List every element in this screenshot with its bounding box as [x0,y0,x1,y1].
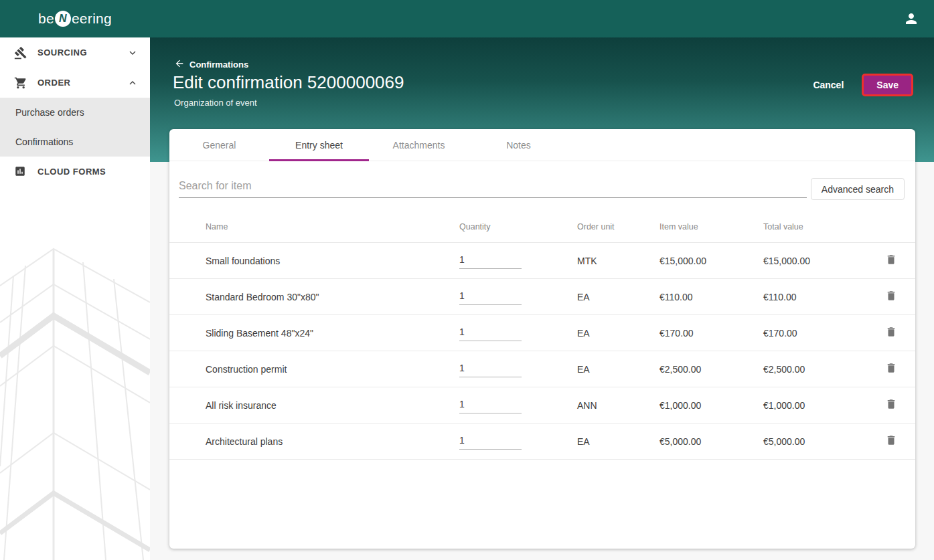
sidebar-item-cloud-forms[interactable]: CLOUD FORMS [0,157,150,187]
column-header-quantity: Quantity [459,222,577,231]
sidebar-item-confirmations[interactable]: Confirmations [0,127,150,157]
back-link[interactable]: Confirmations [174,58,248,71]
item-value: €2,500.00 [659,364,763,375]
item-name: Sliding Basement 48"x24" [169,328,459,339]
column-header-name: Name [169,222,459,231]
delete-row-button[interactable] [882,432,900,451]
item-value: €5,000.00 [659,436,763,447]
building-background-image [0,185,150,560]
order-unit: EA [577,364,659,375]
total-value: €170.00 [763,328,866,339]
tab-notes[interactable]: Notes [469,129,568,161]
quantity-cell [459,325,577,341]
tab-attachments[interactable]: Attachments [369,129,469,161]
sidebar-subitem-label: Confirmations [15,136,73,147]
item-name: Standard Bedroom 30"x80" [169,292,459,302]
sidebar-nav: SOURCING ORDER Purchase orders Confirmat… [0,37,150,187]
sidebar-item-sourcing[interactable]: SOURCING [0,37,150,68]
order-unit: ANN [577,400,659,411]
item-value: €170.00 [659,328,763,339]
trash-icon [885,366,897,376]
save-button[interactable]: Save [862,74,913,96]
sidebar-item-label: ORDER [37,78,70,88]
quantity-cell [459,434,577,450]
total-value: €110.00 [763,292,866,302]
total-value: €1,000.00 [763,400,866,411]
arrow-left-icon [174,58,185,71]
order-submenu: Purchase orders Confirmations [0,98,150,157]
quantity-input[interactable] [459,361,522,377]
item-value: €1,000.00 [659,400,763,411]
cart-icon [14,76,27,90]
table-row: Sliding Basement 48"x24" EA €170.00 €170… [169,315,915,351]
trash-icon [885,330,897,340]
quantity-cell [459,397,577,413]
table-body: Small foundations MTK €15,000.00 €15,000… [169,243,915,460]
logo-text-post: eering [72,11,112,27]
item-value: €110.00 [659,292,763,302]
account-button[interactable] [903,11,919,27]
delete-row-button[interactable] [882,287,900,306]
table-header: Name Quantity Order unit Item value Tota… [169,211,915,243]
trash-icon [885,402,897,412]
column-header-order-unit: Order unit [577,222,659,231]
top-app-bar: beNeering [0,0,934,37]
tab-bar: General Entry sheet Attachments Notes [169,129,915,161]
delete-row-button[interactable] [882,323,900,343]
table-row: Architectural plans EA €5,000.00 €5,000.… [169,424,915,460]
delete-row-button[interactable] [882,251,900,270]
page-title: Edit confirmation 5200000069 [173,72,404,93]
table-row: All risk insurance ANN €1,000.00 €1,000.… [169,387,915,424]
item-value: €15,000.00 [659,256,763,266]
delete-row-button[interactable] [882,359,900,379]
table-row: Construction permit EA €2,500.00 €2,500.… [169,351,915,387]
page-subtitle: Organization of event [174,98,257,108]
logo-n-icon: N [55,11,71,27]
header-actions: Cancel Save [813,74,913,96]
sidebar: SOURCING ORDER Purchase orders Confirmat… [0,37,150,560]
item-name: Architectural plans [169,436,459,447]
sidebar-item-label: CLOUD FORMS [37,167,106,177]
person-icon [903,19,919,29]
trash-icon [885,258,897,268]
main-content: Confirmations Edit confirmation 52000000… [150,37,934,560]
bar-chart-icon [14,165,27,179]
confirmation-card: General Entry sheet Attachments Notes Ad… [169,129,915,549]
column-header-item-value: Item value [659,222,763,231]
quantity-input[interactable] [459,434,522,450]
order-unit: MTK [577,256,659,266]
order-unit: EA [577,436,659,447]
tab-entry-sheet[interactable]: Entry sheet [269,129,369,161]
quantity-input[interactable] [459,289,522,305]
order-unit: EA [577,292,659,302]
sidebar-subitem-label: Purchase orders [15,107,84,118]
search-section: Advanced search [169,161,915,211]
trash-icon [885,438,897,448]
item-name: All risk insurance [169,400,459,411]
back-link-label: Confirmations [189,60,248,70]
total-value: €2,500.00 [763,364,866,375]
quantity-cell [459,253,577,269]
delete-row-button[interactable] [882,395,900,415]
chevron-down-icon [127,48,138,58]
quantity-input[interactable] [459,325,522,341]
sidebar-item-order[interactable]: ORDER [0,68,150,98]
item-name: Construction permit [169,364,459,375]
table-row: Standard Bedroom 30"x80" EA €110.00 €110… [169,279,915,315]
quantity-cell [459,361,577,377]
tab-general[interactable]: General [169,129,269,161]
trash-icon [885,294,897,304]
advanced-search-button[interactable]: Advanced search [811,178,905,200]
app-logo: beNeering [0,0,150,37]
quantity-input[interactable] [459,397,522,413]
cancel-button[interactable]: Cancel [813,80,844,90]
total-value: €5,000.00 [763,436,866,447]
gavel-icon [14,46,27,60]
table-row: Small foundations MTK €15,000.00 €15,000… [169,243,915,279]
quantity-cell [459,289,577,305]
quantity-input[interactable] [459,253,522,269]
logo-text-pre: be [38,11,54,27]
sidebar-item-purchase-orders[interactable]: Purchase orders [0,98,150,127]
search-input[interactable] [179,177,807,198]
chevron-up-icon [127,78,138,88]
